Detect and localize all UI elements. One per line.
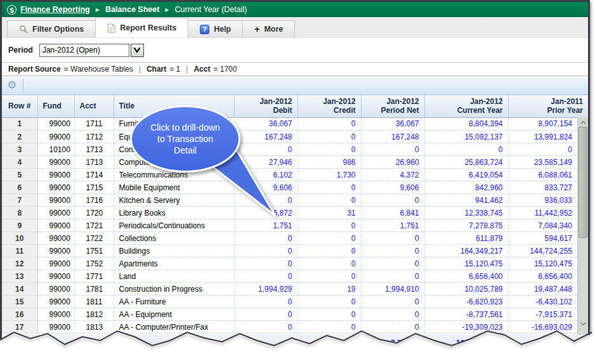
period-net-cell[interactable]: 0 (361, 270, 424, 283)
debit-cell[interactable]: 0 (234, 321, 298, 334)
gear-icon[interactable]: ⚙ (7, 80, 16, 91)
current-year-cell[interactable]: -19,309,023 (424, 321, 508, 334)
prior-year-cell[interactable]: -16,693,029 (508, 321, 577, 334)
prior-year-cell[interactable]: 6,088,061 (508, 169, 577, 181)
prior-year-cell[interactable]: 19,487,448 (508, 283, 577, 296)
prior-year-cell[interactable]: 11,442,952 (508, 207, 577, 219)
col-header-fund[interactable]: Fund (37, 95, 74, 117)
col-header-debit[interactable]: Jan-2012Debit (234, 95, 298, 117)
debit-cell[interactable]: 167,248 (234, 131, 298, 143)
current-year-cell[interactable]: 12,338,745 (424, 207, 508, 219)
prior-year-cell[interactable]: 0 (508, 143, 577, 156)
prior-year-cell[interactable]: 594,617 (508, 232, 577, 245)
breadcrumb-finance-reporting[interactable]: Finance Reporting (20, 5, 90, 14)
credit-cell[interactable]: 0 (298, 219, 361, 232)
col-header-prior-year[interactable]: Jan-2011Prior Year (508, 95, 588, 117)
credit-cell[interactable]: 0 (298, 143, 361, 156)
prior-year-cell[interactable]: 144,724,255 (508, 245, 577, 257)
debit-cell[interactable]: 0 (234, 194, 298, 207)
period-net-cell[interactable]: 0 (361, 257, 424, 270)
period-net-cell[interactable]: 1,994,910 (361, 283, 424, 296)
period-net-cell[interactable]: 0 (361, 245, 424, 257)
period-net-cell[interactable]: 4,372 (361, 169, 424, 181)
credit-cell[interactable]: 0 (298, 181, 361, 194)
col-header-acct[interactable]: Acct (74, 95, 114, 117)
scroll-down-button[interactable] (578, 319, 588, 328)
col-header-credit[interactable]: Jan-2012Credit (298, 95, 361, 117)
period-dropdown-button[interactable] (131, 44, 144, 57)
period-net-cell[interactable]: 9,606 (361, 181, 424, 194)
tab-report-results[interactable]: Report Results (95, 18, 188, 37)
credit-cell[interactable]: 0 (298, 296, 361, 308)
current-year-cell[interactable]: 7,278,875 (424, 219, 508, 232)
current-year-cell[interactable]: 611,879 (424, 232, 508, 245)
credit-cell[interactable]: 0 (298, 270, 361, 283)
period-net-cell[interactable]: 26,960 (361, 156, 424, 169)
period-net-cell[interactable]: 36,067 (361, 118, 424, 131)
prior-year-cell[interactable]: -7,915,371 (508, 308, 577, 321)
prior-year-cell[interactable]: 8,907,154 (508, 118, 577, 131)
period-net-cell[interactable]: 6,841 (361, 207, 424, 219)
col-header-current-year[interactable]: Jan-2012Current Year (424, 95, 508, 117)
credit-cell[interactable]: 0 (298, 194, 361, 207)
current-year-cell[interactable]: 10,025,789 (424, 283, 508, 296)
debit-cell[interactable]: 0 (234, 143, 298, 156)
period-net-cell[interactable]: 1,751 (361, 219, 424, 232)
current-year-cell[interactable]: 15,120,475 (424, 257, 508, 270)
period-net-cell[interactable]: 0 (361, 321, 424, 334)
debit-cell[interactable]: 0 (234, 270, 298, 283)
period-net-cell[interactable]: 0 (361, 296, 424, 308)
current-year-cell[interactable]: 25,863,724 (424, 156, 508, 169)
credit-cell[interactable]: 0 (298, 321, 361, 334)
credit-cell[interactable]: 986 (298, 156, 361, 169)
prior-year-cell[interactable]: 936,033 (508, 194, 577, 207)
tab-more[interactable]: + More (242, 20, 295, 37)
current-year-cell[interactable]: 164,349,217 (424, 245, 508, 257)
credit-cell[interactable]: 0 (298, 232, 361, 245)
period-net-cell[interactable]: 0 (361, 232, 424, 245)
vertical-scrollbar[interactable] (577, 117, 588, 358)
credit-cell[interactable]: 0 (298, 257, 361, 270)
period-select[interactable]: Jan-2012 (Open) (39, 44, 129, 57)
debit-cell[interactable]: 6,102 (234, 169, 298, 181)
credit-cell[interactable]: 0 (298, 245, 361, 257)
tab-help[interactable]: ? Help (188, 20, 243, 37)
credit-cell[interactable]: 0 (298, 131, 361, 143)
debit-cell[interactable]: 0 (234, 308, 298, 321)
prior-year-cell[interactable]: 6,656,400 (508, 270, 577, 283)
current-year-cell[interactable]: -8,737,561 (424, 308, 508, 321)
prior-year-cell[interactable]: 23,585,149 (508, 156, 577, 169)
debit-cell[interactable]: 9,606 (234, 181, 298, 194)
debit-cell[interactable]: 36,067 (234, 118, 298, 131)
prior-year-cell[interactable]: -6,430,102 (508, 296, 577, 308)
current-year-cell[interactable]: 8,804,394 (424, 118, 508, 131)
debit-cell[interactable]: 0 (234, 296, 298, 308)
period-net-cell[interactable]: 167,248 (361, 131, 424, 143)
debit-cell[interactable]: 27,946 (234, 156, 298, 169)
period-net-cell[interactable]: 0 (361, 194, 424, 207)
prior-year-cell[interactable]: 15,120,475 (508, 257, 577, 270)
prior-year-cell[interactable]: 833,727 (508, 181, 577, 194)
debit-cell[interactable]: 0 (234, 245, 298, 257)
debit-cell[interactable]: 0 (234, 257, 298, 270)
credit-cell[interactable]: 0 (298, 118, 361, 131)
period-net-cell[interactable]: 0 (361, 308, 424, 321)
current-year-cell[interactable]: 15,092,137 (424, 131, 508, 143)
debit-cell[interactable]: 1,994,929 (234, 283, 298, 296)
current-year-cell[interactable]: 941,462 (424, 194, 508, 207)
scroll-up-button[interactable] (578, 118, 588, 127)
col-header-period-net[interactable]: Jan-2012Period Net (361, 95, 424, 117)
current-year-cell[interactable]: 6,419,054 (424, 169, 508, 181)
debit-cell[interactable]: 0 (234, 232, 298, 245)
prior-year-cell[interactable]: 7,084,340 (508, 219, 577, 232)
credit-cell[interactable]: 0 (298, 308, 361, 321)
current-year-cell[interactable]: -6,620,923 (424, 296, 508, 308)
period-net-cell[interactable]: 0 (361, 143, 424, 156)
current-year-cell[interactable]: 842,960 (424, 181, 508, 194)
credit-cell[interactable]: 1,730 (298, 169, 361, 181)
current-year-cell[interactable]: 0 (424, 143, 508, 156)
credit-cell[interactable]: 19 (298, 283, 361, 296)
tab-filter-options[interactable]: Filter Options (7, 20, 96, 37)
debit-cell[interactable]: 6,872 (234, 207, 298, 219)
col-header-row[interactable]: Row # (2, 95, 37, 117)
